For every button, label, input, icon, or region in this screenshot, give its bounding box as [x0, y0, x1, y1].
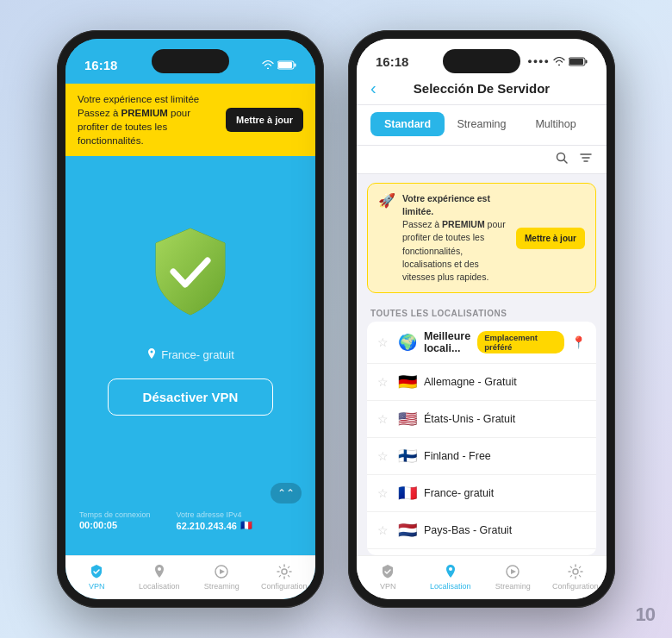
connection-time-block: Temps de connexion 00:00:05 — [79, 510, 151, 531]
vpn-nav-icon — [88, 563, 105, 580]
vpn-footer: ⌃⌃ Temps de connexion 00:00:05 Votre adr… — [65, 483, 315, 555]
scroll-up-area: ⌃⌃ — [79, 483, 302, 504]
rocket-icon: 🚀 — [378, 192, 395, 209]
nav-item-config-1[interactable]: Configuration — [253, 556, 316, 599]
dynamic-island-2 — [443, 49, 520, 73]
location-icon — [146, 348, 157, 360]
server-row-us[interactable]: ☆ 🇺🇸 États-Unis - Gratuit — [367, 401, 596, 438]
banner-text-1: Votre expérience est limitée Passez à PR… — [78, 92, 219, 147]
svg-point-4 — [158, 567, 161, 571]
upgrade-button-2[interactable]: Mettre à jour — [516, 228, 585, 249]
scroll-up-btn[interactable]: ⌃⌃ — [271, 483, 302, 504]
location-text: France- gratuit — [161, 348, 234, 361]
flag-best: 🌍 — [398, 333, 417, 352]
star-icon-us: ☆ — [377, 412, 391, 426]
phone-1: 16:18 — [57, 30, 324, 608]
flag-de: 🇩🇪 — [398, 372, 417, 391]
config-nav-icon-2 — [567, 563, 584, 580]
nav-label-vpn-1: VPN — [89, 582, 105, 591]
search-row — [357, 146, 607, 174]
status-icons-2: ●●●● — [527, 57, 588, 66]
battery-icon-2 — [569, 57, 588, 66]
server-name-de: Allemagne - Gratuit — [424, 376, 586, 388]
streaming-nav-icon-2 — [504, 563, 521, 580]
nav-item-config-2[interactable]: Configuration — [544, 556, 607, 599]
server-row-fi[interactable]: ☆ 🇫🇮 Finland - Free — [367, 438, 596, 475]
signal-bars: ●●●● — [527, 57, 550, 66]
banner-body-2: Passez à PREMIUM pour profiter de toutes… — [402, 219, 506, 282]
watermark: 10 — [636, 604, 655, 626]
time-2: 16:18 — [376, 54, 408, 69]
ip-value: 62.210.243.46 🇫🇷 — [177, 520, 252, 531]
nav-item-streaming-1[interactable]: Streaming — [190, 556, 253, 599]
server-list: ☆ 🌍 Meilleure locali... Emplacement préf… — [367, 322, 596, 555]
nav-item-streaming-2[interactable]: Streaming — [482, 556, 544, 599]
flag-fi: 🇫🇮 — [398, 447, 417, 466]
ip-block: Votre adresse IPv4 62.210.243.46 🇫🇷 — [177, 510, 252, 531]
server-name-us: États-Unis - Gratuit — [424, 413, 586, 425]
shield-icon-wrap — [147, 224, 233, 322]
server-row-fr[interactable]: ☆ 🇫🇷 France- gratuit — [367, 475, 596, 512]
status-icons-1 — [262, 60, 296, 70]
tab-streaming[interactable]: Streaming — [445, 112, 519, 136]
wifi-icon-2 — [553, 57, 565, 66]
vpn-nav-icon-2 — [379, 563, 396, 580]
banner-text-2: Votre expérience est limitée. Passez à P… — [402, 192, 509, 285]
time-1: 16:18 — [84, 58, 117, 72]
banner-intro: Votre expérience est limitée — [78, 94, 199, 104]
tab-standard[interactable]: Standard — [370, 112, 445, 136]
connection-time-label: Temps de connexion — [79, 510, 151, 519]
svg-rect-9 — [586, 59, 588, 63]
location-nav-icon-2 — [442, 563, 459, 580]
nav-item-vpn-2[interactable]: VPN — [357, 556, 420, 599]
phone-2-screen: 16:18 ●●●● — [357, 39, 607, 599]
server-row-best[interactable]: ☆ 🌍 Meilleure locali... Emplacement préf… — [367, 322, 596, 364]
server-name-fr: France- gratuit — [424, 487, 586, 499]
back-button[interactable]: ‹ — [370, 78, 376, 98]
location-label: France- gratuit — [146, 348, 234, 361]
search-icon — [555, 151, 569, 165]
svg-line-12 — [564, 160, 568, 163]
ip-label: Votre adresse IPv4 — [177, 510, 252, 519]
upgrade-banner-2: 🚀 Votre expérience est limitée. Passez à… — [367, 183, 596, 294]
wifi-icon — [262, 60, 274, 69]
svg-point-3 — [151, 351, 153, 353]
server-screen: 16:18 ●●●● — [357, 39, 607, 599]
nav-item-vpn-1[interactable]: VPN — [65, 556, 128, 599]
bottom-nav-2: VPN Localisation — [357, 555, 607, 599]
pin-icon-best: 📍 — [571, 335, 586, 349]
server-row-de[interactable]: ☆ 🇩🇪 Allemagne - Gratuit — [367, 364, 596, 401]
star-icon-nl: ☆ — [377, 523, 391, 537]
sort-button[interactable] — [579, 151, 593, 168]
svg-point-19 — [573, 569, 578, 574]
svg-rect-1 — [295, 63, 296, 66]
nav-label-config-1: Configuration — [261, 582, 308, 591]
nav-label-vpn-2: VPN — [380, 582, 396, 591]
tab-multihop[interactable]: Multihop — [519, 112, 593, 136]
nav-label-streaming-1: Streaming — [204, 582, 240, 591]
nav-label-streaming-2: Streaming — [495, 582, 531, 591]
vpn-screen: 16:18 — [65, 39, 315, 599]
server-row-nl[interactable]: ☆ 🇳🇱 Pays-Bas - Gratuit — [367, 512, 596, 549]
bottom-nav-1: VPN Localisation — [65, 555, 315, 599]
deactivate-vpn-button[interactable]: Désactiver VPN — [108, 378, 274, 416]
server-name-nl: Pays-Bas - Gratuit — [424, 524, 586, 536]
upgrade-button-1[interactable]: Mettre à jour — [226, 108, 303, 132]
battery-icon — [277, 60, 296, 70]
nav-item-location-2[interactable]: Localisation — [420, 556, 482, 599]
star-icon-best: ☆ — [377, 335, 391, 349]
search-button[interactable] — [555, 151, 569, 168]
flag-fr: 🇫🇷 — [398, 484, 417, 503]
section-label: TOUTES LES LOCALISATIONS — [357, 302, 607, 322]
flag-nl: 🇳🇱 — [398, 521, 417, 540]
star-icon-fr: ☆ — [377, 486, 391, 500]
svg-point-7 — [282, 569, 287, 574]
server-title: Selección De Servidor — [414, 81, 550, 96]
server-row-ch[interactable]: ☆ 🇨🇭 Switzerland - Free — [367, 549, 596, 555]
phone-1-screen: 16:18 — [65, 39, 315, 599]
nav-item-location-1[interactable]: Localisation — [128, 556, 191, 599]
svg-rect-2 — [278, 62, 292, 68]
server-header: ‹ Selección De Servidor — [357, 78, 607, 105]
svg-point-16 — [449, 567, 452, 571]
upgrade-banner-1: Votre expérience est limitée Passez à PR… — [65, 84, 315, 156]
